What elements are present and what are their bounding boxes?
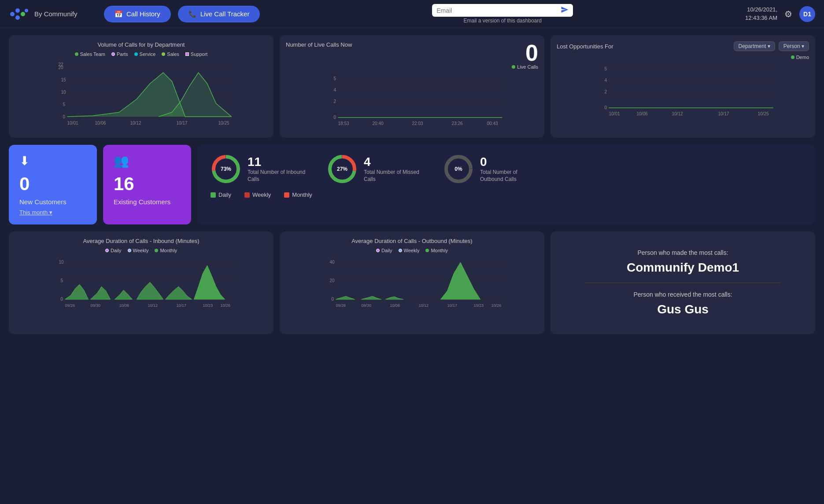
email-input[interactable] [436,7,561,14]
outbound-duration-card: Average Duration of Calls - Outbound (Mi… [280,232,544,334]
phone-icon: 📞 [188,10,197,18]
existing-customers-number: 16 [114,173,181,195]
svg-text:10/12: 10/12 [672,111,683,116]
svg-text:20:40: 20:40 [373,121,384,126]
outbound-donut: 0% [443,154,474,184]
svg-text:10/12: 10/12 [148,303,158,308]
svg-marker-64 [65,284,89,299]
svg-text:4: 4 [605,78,607,83]
legend-service: Service [134,52,156,57]
logo-icon [9,4,30,25]
svg-point-2 [15,8,20,13]
svg-text:0: 0 [334,115,336,120]
legend-support: Support [185,52,208,57]
person-received-name: Gus Gus [657,302,709,316]
svg-text:5: 5 [605,66,607,71]
inbound-pct-label: 73% [221,166,231,172]
email-area: Email a version of this dashboard [267,4,738,24]
svg-point-3 [15,15,20,20]
svg-point-1 [10,12,15,16]
person-dropdown[interactable]: Person ▾ [779,41,809,51]
legend-weekly: Weekly [244,191,271,198]
svg-text:10/17: 10/17 [177,121,188,125]
live-call-tracker-button[interactable]: 📞 Live Call Tracker [178,6,260,22]
new-customers-period[interactable]: This month ▾ [19,209,86,216]
svg-text:2: 2 [605,89,607,94]
svg-text:0: 0 [61,297,63,302]
inbound-daily-legend: Daily [105,248,121,253]
svg-text:10: 10 [59,260,64,265]
top-charts-row: Volume of Calls for by Department Sales … [9,35,815,138]
missed-metric-info: 4 Total Number of Missed Calls [364,155,425,183]
svg-marker-66 [115,290,133,299]
email-send-button[interactable] [561,6,569,15]
svg-text:10/06: 10/06 [390,303,400,308]
new-customers-label: New Customers [19,198,86,206]
header-right: 10/26/2021, 12:43:36 AM ⚙ D1 [745,6,815,22]
svg-text:10/26: 10/26 [491,303,502,308]
svg-text:10/12: 10/12 [419,303,429,308]
department-dropdown[interactable]: Department ▾ [734,41,775,51]
missed-donut: 27% [327,154,358,184]
live-calls-chart-wrap: 5 4 2 0 18:53 20:40 22:03 23:26 00:43 [286,71,538,130]
svg-text:0: 0 [63,114,66,119]
svg-text:10/17: 10/17 [718,111,729,116]
legend-sales-team: Sales Team [75,52,105,57]
avatar[interactable]: D1 [799,6,815,22]
svg-marker-83 [336,296,355,299]
outbound-metric-info: 0 Total Number of Outbound Calls [480,155,542,183]
svg-text:40: 40 [330,260,335,265]
email-subtitle: Email a version of this dashboard [463,18,541,24]
person-made-label: Person who made the most calls: [637,249,728,256]
svg-text:23:26: 23:26 [452,121,463,126]
inbound-donut: 73% [211,154,241,184]
outbound-monthly-legend: Monthly [425,248,448,253]
outbound-weekly-legend: Weekly [399,248,420,253]
svg-marker-65 [91,287,111,299]
svg-text:5: 5 [63,102,66,107]
new-customers-card: ⬇ 0 New Customers This month ▾ [9,145,97,224]
svg-text:10/06: 10/06 [119,303,129,308]
logo-area: By Communify [9,4,97,25]
people-icon: 👥 [114,154,181,168]
header: By Communify 📅 Call History 📞 Live Call … [0,0,824,28]
email-input-wrap [432,4,573,17]
svg-text:5: 5 [334,76,336,81]
settings-button[interactable]: ⚙ [784,9,792,19]
main-content: Volume of Calls for by Department Sales … [0,28,824,341]
svg-text:10/23: 10/23 [203,303,213,308]
svg-text:10/25: 10/25 [758,111,769,116]
missed-num: 4 [364,155,425,169]
stats-row: ⬇ 0 New Customers This month ▾ 👥 16 Exis… [9,145,815,224]
call-history-button[interactable]: 📅 Call History [104,6,171,22]
svg-text:10/01: 10/01 [67,121,78,125]
svg-text:15: 15 [61,77,67,82]
legend-monthly: Monthly [284,191,312,198]
calls-summary-legend: Daily Weekly Monthly [211,191,802,198]
inbound-metric: 73% 11 Total Number of Inbound Calls [211,154,309,184]
svg-text:09/30: 09/30 [362,303,372,308]
svg-text:09/30: 09/30 [91,303,101,308]
svg-text:2: 2 [334,99,336,104]
svg-text:00:43: 00:43 [487,121,498,126]
svg-text:09/26: 09/26 [336,303,346,308]
new-customers-number: 0 [19,173,86,195]
svg-text:20: 20 [59,65,64,70]
svg-text:0: 0 [332,297,334,302]
inbound-num: 11 [248,155,309,169]
inbound-monthly-legend: Monthly [155,248,177,253]
svg-point-5 [25,9,28,12]
svg-marker-68 [166,287,192,299]
bottom-charts-row: Average Duration of Calls - Inbound (Min… [9,232,815,334]
outbound-duration-title: Average Duration of Calls - Outbound (Mi… [286,238,538,244]
missed-pct-label: 27% [337,166,347,172]
inbound-weekly-legend: Weekly [128,248,149,253]
inbound-metric-info: 11 Total Number of Inbound Calls [248,155,309,183]
legend-daily: Daily [211,191,231,198]
volume-calls-card: Volume of Calls for by Department Sales … [9,35,273,138]
lost-opp-title: Lost Opportunities For [557,43,613,50]
svg-text:4: 4 [334,88,336,92]
calls-summary-top: 73% 11 Total Number of Inbound Calls [211,154,802,184]
existing-customers-label: Existing Customers [114,198,181,206]
outbound-pct-label: 0% [454,166,462,172]
